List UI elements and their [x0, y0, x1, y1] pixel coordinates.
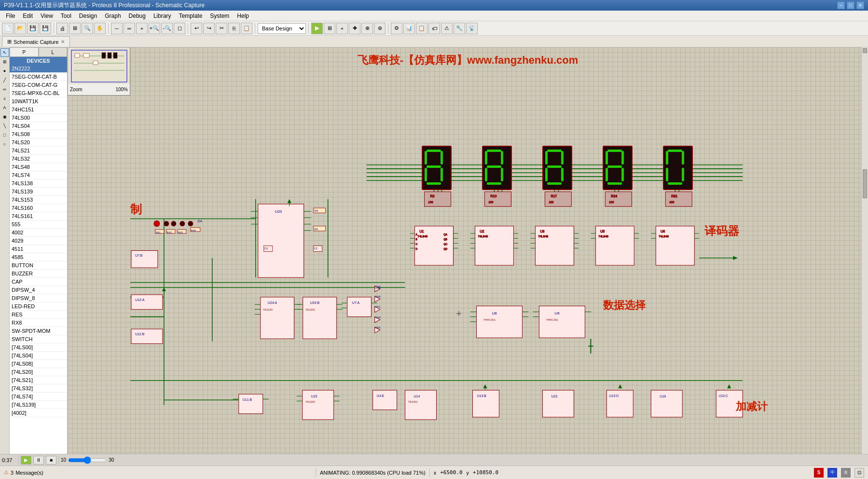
bus-tool[interactable]: ═	[0, 85, 9, 94]
component-item[interactable]: 4029	[10, 237, 67, 245]
circle-tool[interactable]: ○	[0, 140, 9, 149]
box-tool[interactable]: □	[0, 131, 9, 139]
component-item[interactable]: 74HC151	[10, 106, 67, 114]
open-button[interactable]: 📂	[14, 23, 26, 34]
new-button[interactable]: 📄	[2, 23, 14, 34]
zoom-fit-button[interactable]: ⊞	[69, 23, 81, 34]
menu-view[interactable]: View	[37, 12, 57, 20]
component-item[interactable]: [74LS20]	[10, 368, 67, 376]
component-item[interactable]: CAP	[10, 278, 67, 286]
auto-route-button[interactable]: ⊛	[374, 23, 386, 34]
schematic-tab[interactable]: ⊞ Schematic Capture ✕	[2, 36, 70, 47]
print-button[interactable]: 🖨	[56, 23, 68, 34]
menu-library[interactable]: Library	[150, 12, 175, 20]
component-item[interactable]: 74LS48	[10, 163, 67, 171]
component-item[interactable]: 74LS32	[10, 155, 67, 163]
component-item[interactable]: RX8	[10, 319, 67, 327]
status-messages[interactable]: ⚠ 3 Message(s)	[4, 469, 312, 476]
component-item[interactable]: 4511	[10, 245, 67, 253]
panel-tab-p[interactable]: P	[10, 47, 39, 57]
minimize-button[interactable]: ─	[837, 1, 845, 9]
component-item[interactable]: DIPSW_8	[10, 294, 67, 302]
component-item[interactable]: [74LS21]	[10, 376, 67, 384]
component-item[interactable]: 74LS74	[10, 171, 67, 179]
component-item[interactable]: BUZZER	[10, 270, 67, 278]
component-item[interactable]: 10WATT1K	[10, 97, 67, 106]
text-tool[interactable]: A	[0, 103, 9, 112]
component-item[interactable]: 74LS161	[10, 212, 67, 220]
pause-button[interactable]: ⏸	[33, 456, 44, 465]
component-item[interactable]: 74LS20	[10, 138, 67, 147]
route-button[interactable]: ⊕	[361, 23, 373, 34]
component-item[interactable]: 7SEG-COM-CAT-B	[10, 73, 67, 81]
component-item[interactable]: 74LS00	[10, 114, 67, 122]
junction-tool[interactable]: ●	[0, 67, 9, 75]
zoom-all-button[interactable]: ◻	[174, 23, 185, 34]
component-item[interactable]: 74LS153	[10, 196, 67, 204]
run-sim-button[interactable]: ▶	[311, 23, 323, 34]
undo-button[interactable]: ↩	[191, 23, 202, 34]
component-item[interactable]: [4002]	[10, 409, 67, 417]
component-item[interactable]: LED-RED	[10, 302, 67, 311]
vertical-scrollbar[interactable]	[861, 47, 868, 454]
component-item[interactable]: 7SEG-MPX6-CC-BL	[10, 89, 67, 97]
maximize-button[interactable]: □	[847, 1, 854, 9]
component-item[interactable]: 74LS21	[10, 147, 67, 155]
menu-file[interactable]: File	[2, 12, 19, 20]
paste-button[interactable]: 📋	[241, 23, 252, 34]
close-button[interactable]: ✕	[856, 1, 864, 9]
component-tool[interactable]: ⊞	[0, 57, 9, 66]
annotate-button[interactable]: 🏷	[428, 23, 440, 34]
menu-debug[interactable]: Debug	[125, 12, 150, 20]
component-item[interactable]: SWITCH	[10, 335, 67, 343]
zoom-area-button[interactable]: 🔍	[82, 23, 93, 34]
component-item[interactable]: 7SEG-COM-CAT-G	[10, 81, 67, 89]
component-item[interactable]: DIPSW_4	[10, 286, 67, 294]
zoom-out-button[interactable]: -🔍	[161, 23, 173, 34]
place-wire-button[interactable]: ─	[111, 23, 123, 34]
status-zoom-fit[interactable]: ⊡	[854, 468, 864, 478]
panel-tab-l[interactable]: L	[39, 47, 68, 57]
component-item[interactable]: 74LS139	[10, 188, 67, 196]
stop-button[interactable]: ■	[46, 456, 56, 465]
component-item[interactable]: 74LS08	[10, 130, 67, 138]
probe-tool[interactable]: ◉	[0, 112, 9, 121]
speed-slider[interactable]	[68, 457, 107, 464]
component-item[interactable]: [74LS74]	[10, 393, 67, 401]
menu-design[interactable]: Design	[75, 12, 101, 20]
component-item[interactable]: BUTTON	[10, 261, 67, 270]
erc-button[interactable]: ⚠	[441, 23, 453, 34]
save-as-button[interactable]: 💾	[40, 23, 51, 34]
play-button[interactable]: ▶	[21, 456, 31, 465]
save-button[interactable]: 💾	[27, 23, 39, 34]
cut-button[interactable]: ✂	[216, 23, 227, 34]
place-comp-button[interactable]: +	[336, 23, 348, 34]
line-tool[interactable]: ╲	[0, 122, 9, 130]
zoom-in-button[interactable]: +🔍	[149, 23, 160, 34]
component-item[interactable]: 4585	[10, 253, 67, 261]
cross-probe-button[interactable]: ✚	[349, 23, 360, 34]
component-item[interactable]: 74LS138	[10, 179, 67, 188]
component-item[interactable]: 74LS160	[10, 204, 67, 212]
component-item[interactable]: [74LS00]	[10, 343, 67, 352]
place-bus-button[interactable]: ═	[124, 23, 135, 34]
bom-button[interactable]: 📋	[416, 23, 427, 34]
wire-label-tool[interactable]: ╱	[0, 76, 9, 84]
property-button[interactable]: ⚙	[391, 23, 402, 34]
menu-tool[interactable]: Tool	[57, 12, 75, 20]
power-tool[interactable]: ⏚	[0, 94, 9, 103]
component-item[interactable]: 555	[10, 220, 67, 229]
component-item[interactable]: [74LS32]	[10, 384, 67, 393]
schematic-canvas-area[interactable]: 飞鹰科技-【仿真库网】www.fangzhenku.com	[68, 47, 868, 454]
redo-button[interactable]: ↪	[203, 23, 215, 34]
menu-help[interactable]: Help	[233, 12, 253, 20]
tab-close-button[interactable]: ✕	[61, 39, 65, 44]
menu-graph[interactable]: Graph	[101, 12, 124, 20]
pan-button[interactable]: ✋	[94, 23, 106, 34]
netlist-button[interactable]: 📊	[403, 23, 415, 34]
component-item[interactable]: [74LS04]	[10, 352, 67, 360]
component-item[interactable]: 4002	[10, 229, 67, 237]
step-button[interactable]: ⊞	[324, 23, 335, 34]
menu-template[interactable]: Template	[175, 12, 207, 20]
sim-button[interactable]: 🔧	[454, 23, 465, 34]
